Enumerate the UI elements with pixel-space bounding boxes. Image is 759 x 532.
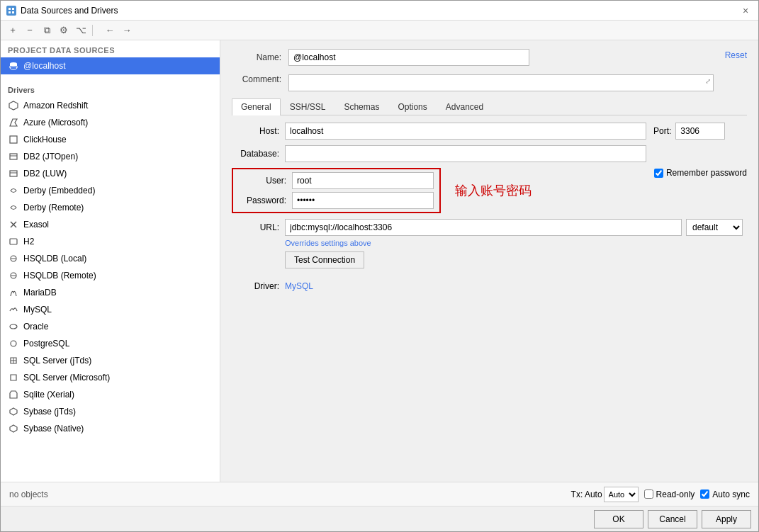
- url-label: URL:: [232, 222, 285, 232]
- derby-remote-icon: [8, 202, 19, 213]
- test-connection-button[interactable]: Test Connection: [285, 251, 364, 268]
- db2-jtopen-icon: [8, 151, 19, 162]
- db2-luw-icon: [8, 168, 19, 179]
- main-window: Data Sources and Drivers × + − ⧉ ⚙ ⌥ ← →…: [0, 0, 759, 532]
- name-input[interactable]: [288, 49, 529, 66]
- password-row: Password:: [239, 192, 434, 209]
- action-buttons: OK Cancel Apply: [1, 506, 758, 531]
- drivers-section-label: Drivers: [1, 80, 220, 97]
- comment-label: Comment:: [232, 74, 288, 84]
- tab-sshssl[interactable]: SSH/SSL: [281, 98, 335, 115]
- exasol-icon: [8, 219, 19, 230]
- settings-button[interactable]: ⚙: [56, 23, 72, 38]
- sidebar-item-exasol[interactable]: Exasol: [1, 216, 220, 233]
- title-bar-left: Data Sources and Drivers: [6, 6, 118, 16]
- port-input[interactable]: [675, 123, 725, 140]
- remove-datasource-button[interactable]: −: [22, 23, 38, 38]
- tab-general[interactable]: General: [232, 98, 281, 115]
- host-label: Host:: [232, 126, 285, 136]
- sidebar-item-sqlserver-ms[interactable]: SQL Server (Microsoft): [1, 369, 220, 386]
- tab-options[interactable]: Options: [388, 98, 436, 115]
- derby-embedded-icon: [8, 185, 19, 196]
- tx-group: Tx: Auto Auto: [571, 487, 639, 502]
- sidebar-item-sybase-jtds[interactable]: Sybase (jTds): [1, 403, 220, 420]
- sybase-jtds-icon: [8, 406, 19, 417]
- hsqldb-remote-icon: [8, 270, 19, 281]
- mysql-icon: [8, 304, 19, 315]
- svg-marker-27: [10, 408, 17, 415]
- sidebar-item-mysql[interactable]: MySQL: [1, 301, 220, 318]
- readonly-checkbox[interactable]: [644, 489, 653, 499]
- tx-select[interactable]: Auto: [604, 487, 639, 502]
- sidebar-item-label-localhost: @localhost: [23, 61, 66, 71]
- sidebar-item-sybase-native[interactable]: Sybase (Native): [1, 420, 220, 437]
- remember-password-checkbox[interactable]: [654, 169, 663, 178]
- sidebar-item-clickhouse[interactable]: ClickHouse: [1, 131, 220, 148]
- sidebar-item-hsqldb-remote[interactable]: HSQLDB (Remote): [1, 267, 220, 284]
- sidebar-item-db2-jtopen[interactable]: DB2 (JTOpen): [1, 148, 220, 165]
- sidebar-item-mariadb[interactable]: MariaDB: [1, 284, 220, 301]
- autosync-checkbox[interactable]: [700, 489, 709, 499]
- sidebar-item-db2-luw[interactable]: DB2 (LUW): [1, 165, 220, 182]
- comment-expand-icon[interactable]: ⤢: [705, 77, 711, 85]
- comment-input[interactable]: [288, 74, 714, 91]
- sidebar-item-localhost[interactable]: @localhost: [1, 57, 220, 74]
- sqlserver-jtds-icon: [8, 355, 19, 366]
- toolbar: + − ⧉ ⚙ ⌥ ← →: [1, 21, 758, 40]
- sidebar: Project Data Sources @localhost Drivers: [1, 40, 220, 482]
- remember-password-group: Remember password: [654, 168, 747, 178]
- ok-button[interactable]: OK: [594, 510, 643, 528]
- driver-link[interactable]: MySQL: [285, 281, 313, 291]
- sqlite-icon: [8, 389, 19, 400]
- sidebar-item-postgresql[interactable]: PostgreSQL: [1, 335, 220, 352]
- driver-label-8: H2: [23, 237, 34, 247]
- sidebar-item-derby-remote[interactable]: Derby (Remote): [1, 199, 220, 216]
- host-row: Host: Port:: [232, 123, 747, 140]
- host-input[interactable]: [285, 123, 646, 140]
- spacer: [1, 74, 220, 80]
- svg-rect-3: [12, 11, 14, 13]
- sidebar-item-derby-embedded[interactable]: Derby (Embedded): [1, 182, 220, 199]
- database-input[interactable]: [285, 145, 646, 162]
- driver-label-12: MySQL: [23, 305, 52, 315]
- sidebar-item-sqlserver-jtds[interactable]: SQL Server (jTds): [1, 352, 220, 369]
- mariadb-icon: [8, 287, 19, 298]
- password-input[interactable]: [292, 192, 434, 209]
- sidebar-item-amazon-redshift[interactable]: Amazon Redshift: [1, 97, 220, 114]
- driver-label-10: HSQLDB (Remote): [23, 271, 96, 281]
- sidebar-item-h2[interactable]: H2: [1, 233, 220, 250]
- database-row: Database:: [232, 145, 747, 162]
- overrides-text[interactable]: Overrides settings above: [285, 239, 747, 247]
- url-type-select[interactable]: default jdbc custom: [686, 219, 743, 236]
- add-datasource-button[interactable]: +: [5, 23, 21, 38]
- driver-label: Driver:: [232, 281, 285, 291]
- password-label: Password:: [239, 196, 292, 205]
- sidebar-item-hsqldb-local[interactable]: HSQLDB (Local): [1, 250, 220, 267]
- port-label: Port:: [653, 126, 671, 136]
- tab-schemas[interactable]: Schemas: [334, 98, 388, 115]
- svg-point-6: [10, 67, 17, 69]
- hsqldb-local-icon: [8, 253, 19, 264]
- user-input[interactable]: [292, 172, 434, 189]
- oracle-icon: [8, 321, 19, 332]
- forward-button[interactable]: →: [119, 23, 135, 38]
- cancel-button[interactable]: Cancel: [648, 510, 697, 528]
- apply-button[interactable]: Apply: [702, 510, 751, 528]
- back-button[interactable]: ←: [102, 23, 118, 38]
- h2-icon: [8, 236, 19, 247]
- copy-datasource-button[interactable]: ⧉: [39, 23, 55, 38]
- close-button[interactable]: ×: [738, 4, 753, 18]
- url-input[interactable]: [285, 219, 682, 236]
- more-button[interactable]: ⌥: [73, 23, 89, 38]
- sidebar-item-sqlite[interactable]: Sqlite (Xerial): [1, 386, 220, 403]
- reset-link[interactable]: Reset: [725, 49, 747, 60]
- driver-label-17: Sqlite (Xerial): [23, 390, 74, 400]
- sidebar-item-oracle[interactable]: Oracle: [1, 318, 220, 335]
- annotation-text: 输入账号密码: [455, 182, 532, 199]
- sidebar-item-azure[interactable]: Azure (Microsoft): [1, 114, 220, 131]
- postgresql-icon: [8, 338, 19, 349]
- driver-label-5: Derby (Embedded): [23, 186, 95, 196]
- db-icon: [8, 60, 19, 72]
- tab-advanced[interactable]: Advanced: [437, 98, 493, 115]
- azure-icon: [8, 117, 19, 128]
